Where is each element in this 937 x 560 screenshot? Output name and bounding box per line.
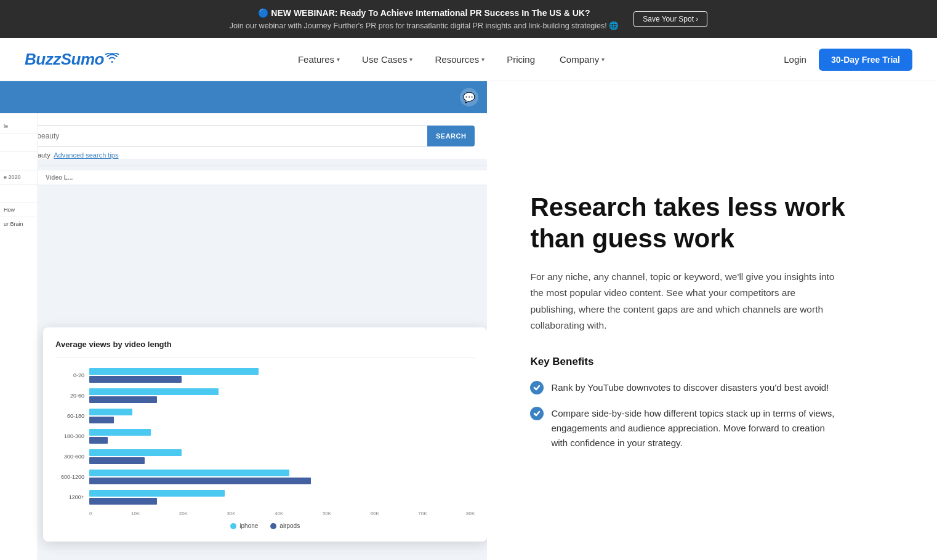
bar-cyan <box>89 470 289 476</box>
nav-pricing[interactable]: Pricing <box>507 54 537 65</box>
save-spot-button[interactable]: Save Your Spot <box>633 11 707 27</box>
checkmark-icon-1 <box>533 384 541 391</box>
nav-use-cases[interactable]: Use Cases <box>362 54 412 65</box>
mockup-tips: e OR beauty Advanced search tips <box>12 151 475 159</box>
side-spacer2 <box>0 152 38 170</box>
benefit-2: Compare side-by-side how different topic… <box>530 406 900 450</box>
bar-row: 600-1200 <box>55 468 475 486</box>
nav-features[interactable]: Features <box>298 54 340 65</box>
benefit-1-check <box>530 381 544 394</box>
left-panel: 💬 SEARCH e OR beauty Advanced search tip… <box>0 81 487 560</box>
chat-icon: 💬 <box>460 88 478 106</box>
side-spacer <box>0 134 38 152</box>
main-content: 💬 SEARCH e OR beauty Advanced search tip… <box>0 81 937 560</box>
chart-divider <box>55 358 475 358</box>
chart-legend: iphone airpods <box>55 522 475 529</box>
bar-cyan <box>89 490 225 497</box>
mockup-search-input[interactable] <box>12 126 427 146</box>
side-brain: ur Brain <box>0 217 38 231</box>
nav-company[interactable]: Company <box>560 54 605 65</box>
bar-cyan <box>89 368 259 375</box>
bar-cyan <box>89 409 132 415</box>
bar-rows: 0-2020-6060-180180-300300-600600-1200120… <box>55 367 475 506</box>
nav-items: Features Use Cases Resources Pricing Com… <box>298 54 605 65</box>
banner-subtitle: Join our webinar with Journey Further's … <box>230 20 619 32</box>
bar-cyan <box>89 388 219 395</box>
chart-card: Average views by video length 0-2020-606… <box>43 327 487 542</box>
side-item: le <box>0 119 38 134</box>
bar-row: 20-60 <box>55 387 475 404</box>
top-banner: 🔵 NEW WEBINAR: Ready To Achieve Internat… <box>0 0 937 38</box>
right-panel: Research takes less work than guess work… <box>487 81 937 560</box>
bar-indigo <box>89 417 114 423</box>
navigation: BuzzSumo Features Use Cases Resources Pr… <box>0 38 937 81</box>
bar-group <box>89 429 475 444</box>
mockup-search-area: SEARCH e OR beauty Advanced search tips <box>0 113 487 159</box>
bar-indigo <box>89 376 182 383</box>
bar-row-label: 180-300 <box>55 433 89 439</box>
nav-right: Login 30-Day Free Trial <box>784 49 912 71</box>
side-how: How <box>0 203 38 217</box>
legend-iphone: iphone <box>230 522 258 529</box>
bar-chart: 0-2020-6060-180180-300300-600600-1200120… <box>55 367 475 529</box>
bar-row: 60-180 <box>55 407 475 425</box>
logo-wifi-icon <box>105 53 119 63</box>
left-side-strip: le e 2020 How ur Brain <box>0 113 38 560</box>
bar-indigo <box>89 396 157 403</box>
legend-iphone-label: iphone <box>239 522 258 529</box>
banner-title: 🔵 NEW WEBINAR: Ready To Achieve Internat… <box>258 6 590 20</box>
bar-row-label: 20-60 <box>55 393 89 399</box>
bar-cyan <box>89 429 151 436</box>
bar-row: 300-600 <box>55 448 475 465</box>
mockup-search-bar: SEARCH <box>12 126 475 146</box>
side-spacer3 <box>0 185 38 203</box>
bar-indigo <box>89 457 145 464</box>
bar-row-label: 60-180 <box>55 413 89 419</box>
benefit-1-text: Rank by YouTube downvotes to discover di… <box>551 380 829 395</box>
bar-row-label: 600-1200 <box>55 474 89 480</box>
logo[interactable]: BuzzSumo <box>25 50 119 69</box>
bar-indigo <box>89 498 157 505</box>
bar-group <box>89 409 475 423</box>
advanced-search-link[interactable]: Advanced search tips <box>54 151 118 159</box>
bar-group <box>89 470 475 484</box>
bar-row-label: 300-600 <box>55 454 89 460</box>
legend-iphone-dot <box>230 523 236 529</box>
bar-indigo <box>89 478 311 484</box>
mockup-divider <box>0 165 487 166</box>
chart-title: Average views by video length <box>55 340 475 349</box>
login-button[interactable]: Login <box>784 54 806 65</box>
benefit-1: Rank by YouTube downvotes to discover di… <box>530 380 900 395</box>
bar-group <box>89 388 475 403</box>
nav-resources[interactable]: Resources <box>435 54 485 65</box>
legend-airpods-label: airpods <box>279 522 300 529</box>
hero-title: Research takes less work than guess work <box>530 192 900 254</box>
trial-button[interactable]: 30-Day Free Trial <box>819 49 912 71</box>
legend-airpods: airpods <box>270 522 300 529</box>
video-label: Video L... <box>46 174 480 181</box>
bar-group <box>89 490 475 505</box>
bar-row: 0-20 <box>55 367 475 384</box>
mockup-top-bar: 💬 <box>0 81 487 113</box>
bar-group <box>89 368 475 383</box>
bar-group <box>89 449 475 464</box>
hero-description: For any niche, any channel, topic or key… <box>530 269 838 334</box>
mockup-search-button[interactable]: SEARCH <box>427 126 475 146</box>
bar-row-label: 1200+ <box>55 494 89 500</box>
benefit-2-check <box>530 407 544 420</box>
bar-indigo <box>89 437 108 444</box>
key-benefits-title: Key Benefits <box>530 356 900 368</box>
benefit-2-text: Compare side-by-side how different topic… <box>551 406 834 450</box>
mockup-table-header: Video L... <box>38 170 487 185</box>
chart-x-axis: 0 10K 20K 30K 40K 50K 60K 70K 80K <box>89 511 475 516</box>
bar-cyan <box>89 449 182 456</box>
bar-row-label: 0-20 <box>55 372 89 378</box>
bar-row: 1200+ <box>55 489 475 506</box>
side-year: e 2020 <box>0 170 38 185</box>
bar-row: 180-300 <box>55 428 475 445</box>
checkmark-icon-2 <box>533 410 541 417</box>
legend-airpods-dot <box>270 523 276 529</box>
